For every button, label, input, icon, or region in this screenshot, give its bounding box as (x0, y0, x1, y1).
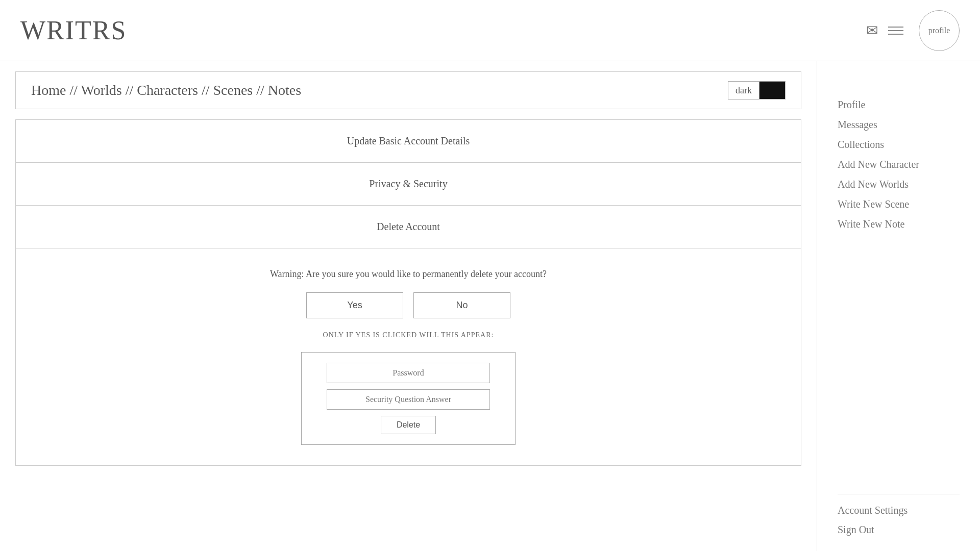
sidebar-item-write-new-note[interactable]: Write New Note (838, 216, 960, 232)
profile-circle[interactable]: profile (919, 10, 960, 51)
sidebar: Profile Messages Collections Add New Cha… (817, 61, 980, 551)
security-question-input[interactable] (327, 389, 490, 410)
sidebar-item-add-new-worlds[interactable]: Add New Worlds (838, 177, 960, 192)
sidebar-item-write-new-scene[interactable]: Write New Scene (838, 196, 960, 212)
header-right: ✉ profile (866, 10, 960, 51)
delete-button[interactable]: Delete (381, 416, 436, 434)
nav-breadcrumb: Home // Worlds // Characters // Scenes /… (15, 71, 801, 109)
delete-confirmation-section: Warning: Are you sure you would like to … (16, 248, 801, 465)
privacy-security-section[interactable]: Privacy & Security (16, 163, 801, 206)
sidebar-item-profile[interactable]: Profile (838, 97, 960, 113)
main-layout: Home // Worlds // Characters // Scenes /… (0, 61, 980, 551)
dark-mode-toggle[interactable]: dark (728, 81, 786, 99)
yes-button[interactable]: Yes (306, 292, 403, 318)
mail-icon[interactable]: ✉ (866, 22, 878, 39)
conditional-label: ONLY IF YES IS CLICKED WILL THIS APPEAR: (323, 331, 494, 339)
hamburger-menu-icon[interactable] (888, 27, 903, 35)
sidebar-item-messages[interactable]: Messages (838, 117, 960, 133)
settings-container: Update Basic Account Details Privacy & S… (15, 119, 801, 466)
sidebar-item-add-new-character[interactable]: Add New Character (838, 157, 960, 172)
password-input[interactable] (327, 363, 490, 383)
no-button[interactable]: No (413, 292, 510, 318)
warning-text: Warning: Are you sure you would like to … (270, 269, 547, 280)
account-settings-link[interactable]: Account Settings (838, 505, 960, 516)
yes-no-buttons: Yes No (306, 292, 510, 318)
update-basic-title: Update Basic Account Details (347, 135, 470, 147)
sidebar-item-collections[interactable]: Collections (838, 137, 960, 153)
sidebar-nav: Profile Messages Collections Add New Cha… (838, 77, 960, 232)
dark-mode-label: dark (728, 82, 760, 99)
header: WRITRS ✉ profile (0, 0, 980, 61)
breadcrumb-links[interactable]: Home // Worlds // Characters // Scenes /… (31, 82, 301, 98)
delete-account-section[interactable]: Delete Account (16, 206, 801, 248)
sidebar-bottom: Account Settings Sign Out (838, 494, 960, 536)
header-icons: ✉ (866, 22, 903, 39)
privacy-security-title: Privacy & Security (369, 178, 447, 190)
dark-mode-switch[interactable] (760, 82, 785, 99)
sign-out-link[interactable]: Sign Out (838, 524, 960, 536)
update-basic-section[interactable]: Update Basic Account Details (16, 120, 801, 163)
content-area: Home // Worlds // Characters // Scenes /… (0, 61, 817, 551)
logo: WRITRS (20, 15, 127, 45)
delete-form: Delete (301, 352, 516, 445)
delete-account-title: Delete Account (377, 221, 440, 233)
